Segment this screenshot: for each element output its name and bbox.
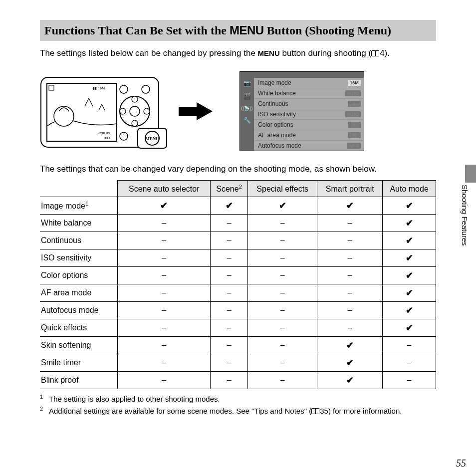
- check-icon: ✔: [383, 197, 436, 215]
- check-icon: ✔: [383, 319, 436, 337]
- table-header: Smart portrait: [317, 180, 383, 197]
- dash-icon: –: [118, 319, 211, 337]
- dash-icon: –: [211, 354, 248, 372]
- wifi-icon: ((📡)): [241, 106, 253, 111]
- svg-point-8: [130, 106, 140, 116]
- table-row: ISO sensitivity––––✔: [40, 249, 436, 267]
- dash-icon: –: [118, 284, 211, 302]
- row-label: Skin softening: [40, 337, 118, 354]
- check-icon: ✔: [317, 337, 383, 354]
- row-label: ISO sensitivity: [40, 249, 118, 267]
- table-row: Blink proof–––✔–: [40, 372, 436, 389]
- menu-row-value: AUTO: [345, 111, 361, 117]
- menu-row: AF area mode[•]: [254, 130, 364, 141]
- svg-point-12: [144, 108, 150, 114]
- menu-row-label: Continuous: [258, 100, 288, 107]
- menu-row: Color options✕: [254, 120, 364, 130]
- menu-row: White balanceAUTO: [254, 88, 364, 99]
- table-row: White balance––––✔: [40, 215, 436, 232]
- check-icon: ✔: [317, 354, 383, 372]
- dash-icon: –: [317, 302, 383, 319]
- menu-row-label: AF area mode: [258, 132, 296, 139]
- dash-icon: –: [317, 319, 383, 337]
- dash-icon: –: [248, 319, 317, 337]
- dash-icon: –: [317, 249, 383, 267]
- dash-icon: –: [211, 249, 248, 267]
- svg-text:880: 880: [104, 136, 110, 140]
- side-tab-block: [465, 165, 476, 183]
- check-icon: ✔: [211, 197, 248, 215]
- book-icon: [311, 408, 319, 414]
- movie-icon: 🎬: [243, 93, 251, 100]
- table-header: Auto mode: [383, 180, 436, 197]
- table-header: Scene2: [211, 180, 248, 197]
- table-header: Special effects: [248, 180, 317, 197]
- menu-row-value: [•]: [348, 132, 361, 138]
- table-row: Color options––––✔: [40, 267, 436, 284]
- svg-point-10: [132, 120, 138, 126]
- dash-icon: –: [248, 267, 317, 284]
- check-icon: ✔: [383, 267, 436, 284]
- svg-point-15: [120, 132, 128, 140]
- dash-icon: –: [118, 249, 211, 267]
- book-icon: [371, 50, 379, 56]
- menu-screen-mock: 📷 🎬 ((📡)) 🔧 Image mode16MWhite balanceAU…: [239, 71, 364, 151]
- wrench-icon: 🔧: [243, 117, 251, 124]
- table-caption: The settings that can be changed vary de…: [40, 164, 436, 174]
- dash-icon: –: [317, 232, 383, 249]
- dash-icon: –: [211, 372, 248, 389]
- dash-icon: –: [211, 267, 248, 284]
- dash-icon: –: [248, 302, 317, 319]
- svg-point-11: [120, 108, 126, 114]
- table-header: [40, 180, 118, 197]
- table-row: Smile timer–––✔–: [40, 354, 436, 372]
- table-row: AF area mode––––✔: [40, 284, 436, 302]
- check-icon: ✔: [317, 372, 383, 389]
- intro-text: The settings listed below can be changed…: [40, 48, 436, 59]
- check-icon: ✔: [383, 284, 436, 302]
- table-row: Image mode1✔✔✔✔✔: [40, 197, 436, 215]
- dash-icon: –: [211, 319, 248, 337]
- menu-row: Autofocus modeAF-S: [254, 141, 364, 151]
- title-pre: Functions That Can Be Set with the: [44, 24, 230, 37]
- svg-point-13: [120, 85, 128, 93]
- svg-point-2: [54, 106, 74, 126]
- footnotes: 1The setting is also applied to other sh…: [40, 394, 436, 416]
- svg-text:25m 0s: 25m 0s: [98, 131, 110, 135]
- dash-icon: –: [211, 215, 248, 232]
- dash-icon: –: [248, 215, 317, 232]
- dash-icon: –: [248, 337, 317, 354]
- check-icon: ✔: [383, 249, 436, 267]
- dash-icon: –: [317, 284, 383, 302]
- dash-icon: –: [211, 302, 248, 319]
- svg-point-14: [142, 85, 150, 93]
- dash-icon: –: [317, 215, 383, 232]
- menu-icon-column: 📷 🎬 ((📡)) 🔧: [240, 78, 254, 151]
- dash-icon: –: [211, 337, 248, 354]
- dash-icon: –: [248, 249, 317, 267]
- dash-icon: –: [118, 354, 211, 372]
- row-label: Image mode1: [40, 197, 118, 215]
- row-label: Blink proof: [40, 372, 118, 389]
- feature-table: Scene auto selectorScene2Special effects…: [40, 180, 436, 390]
- menu-label-inline: MENU: [258, 49, 280, 57]
- menu-row-value: AUTO: [345, 90, 361, 96]
- row-label: Color options: [40, 267, 118, 284]
- table-row: Continuous––––✔: [40, 232, 436, 249]
- arrow-icon: [185, 102, 225, 120]
- dash-icon: –: [317, 267, 383, 284]
- menu-row: Image mode16M: [254, 78, 364, 88]
- menu-button-label: MENU: [145, 136, 159, 141]
- dash-icon: –: [118, 302, 211, 319]
- row-label: White balance: [40, 215, 118, 232]
- menu-row: ISO sensitivityAUTO: [254, 109, 364, 120]
- dash-icon: –: [118, 215, 211, 232]
- menu-row-value: ✕: [348, 122, 361, 128]
- dash-icon: –: [248, 232, 317, 249]
- dash-icon: –: [248, 372, 317, 389]
- dash-icon: –: [118, 372, 211, 389]
- row-label: AF area mode: [40, 284, 118, 302]
- page-title: Functions That Can Be Set with the MENU …: [40, 20, 436, 41]
- check-icon: ✔: [248, 197, 317, 215]
- dash-icon: –: [383, 337, 436, 354]
